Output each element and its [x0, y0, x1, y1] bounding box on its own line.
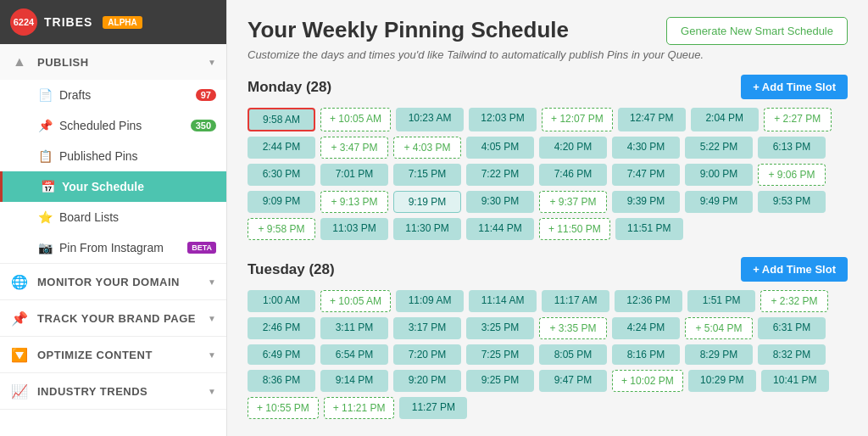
time-slot-1-24[interactable]: 8:36 PM [248, 370, 315, 392]
scheduled-pins-label: Scheduled Pins [59, 119, 184, 132]
time-slot-1-23[interactable]: 8:32 PM [758, 344, 826, 365]
time-slot-1-14[interactable]: + 5:04 PM [685, 317, 753, 339]
time-slot-1-31[interactable]: 10:41 PM [761, 370, 829, 392]
time-slot-1-30[interactable]: 10:29 PM [688, 370, 756, 392]
time-slot-0-18[interactable]: 7:15 PM [393, 164, 461, 186]
subtitle: Customize the days and times you'd like … [248, 48, 848, 61]
time-slot-0-7[interactable]: + 2:27 PM [764, 108, 832, 131]
day-title-0: Monday (28) [248, 79, 331, 96]
sidebar-item-scheduled-pins[interactable]: 📌 Scheduled Pins 350 [0, 110, 226, 141]
sidebar-item-published-pins[interactable]: 📋 Published Pins [0, 141, 226, 171]
sidebar: 6224 TRIBES ALPHA ▲ PUBLISH ▼ 📄 Drafts 9… [0, 0, 227, 436]
time-slot-1-19[interactable]: 7:25 PM [466, 344, 534, 365]
day-header-0: Monday (28)+ Add Time Slot [248, 75, 848, 99]
time-slot-1-16[interactable]: 6:49 PM [248, 344, 315, 365]
time-slot-0-31[interactable]: 9:53 PM [758, 191, 826, 213]
time-slot-0-16[interactable]: 6:30 PM [248, 164, 315, 186]
time-slot-0-25[interactable]: + 9:13 PM [320, 191, 388, 213]
time-slot-1-25[interactable]: 9:14 PM [320, 370, 388, 392]
sidebar-item-pin-from-instagram[interactable]: 📷 Pin From Instagram BETA [0, 232, 226, 263]
industry-section-header[interactable]: 📈 INDUSTRY TRENDS ▼ [0, 373, 226, 409]
time-slot-1-9[interactable]: 3:11 PM [320, 317, 388, 339]
time-slot-1-32[interactable]: + 10:55 PM [248, 397, 319, 419]
beta-badge: BETA [187, 242, 216, 254]
main-header: Your Weekly Pinning Schedule Generate Ne… [248, 17, 848, 45]
time-slot-0-26[interactable]: 9:19 PM [393, 191, 461, 213]
time-slot-0-21[interactable]: 7:47 PM [612, 164, 680, 186]
time-slot-0-35[interactable]: 11:44 PM [466, 218, 534, 240]
time-slot-0-10[interactable]: + 4:03 PM [393, 137, 461, 159]
time-slot-0-5[interactable]: 12:47 PM [618, 108, 686, 131]
time-slot-1-34[interactable]: 11:27 PM [399, 397, 467, 419]
time-slot-0-24[interactable]: 9:09 PM [248, 191, 315, 213]
sidebar-item-board-lists[interactable]: ⭐ Board Lists [0, 202, 226, 232]
time-slot-1-29[interactable]: + 10:02 PM [612, 370, 683, 392]
time-slot-0-2[interactable]: 10:23 AM [396, 108, 464, 131]
time-slot-1-33[interactable]: + 11:21 PM [324, 397, 395, 419]
time-slot-1-7[interactable]: + 2:32 PM [760, 290, 828, 312]
time-slot-1-4[interactable]: 11:17 AM [542, 290, 609, 312]
generate-smart-schedule-button[interactable]: Generate New Smart Schedule [666, 17, 848, 45]
time-slot-1-2[interactable]: 11:09 AM [396, 290, 464, 312]
page-title: Your Weekly Pinning Schedule [248, 17, 569, 43]
time-slot-1-28[interactable]: 9:47 PM [539, 370, 607, 392]
time-slot-0-13[interactable]: 4:30 PM [612, 137, 680, 159]
day-header-1: Tuesday (28)+ Add Time Slot [248, 257, 848, 282]
time-slot-1-10[interactable]: 3:17 PM [393, 317, 461, 339]
time-slot-1-21[interactable]: 8:16 PM [612, 344, 680, 365]
time-slot-1-1[interactable]: + 10:05 AM [320, 290, 391, 312]
time-slot-1-17[interactable]: 6:54 PM [320, 344, 388, 365]
time-slot-1-3[interactable]: 11:14 AM [469, 290, 537, 312]
time-slot-0-4[interactable]: + 12:07 PM [542, 108, 613, 131]
time-slot-0-30[interactable]: 9:49 PM [685, 191, 753, 213]
time-slot-1-15[interactable]: 6:31 PM [758, 317, 826, 339]
time-slot-0-28[interactable]: + 9:37 PM [539, 191, 607, 213]
sidebar-tribes-header[interactable]: 6224 TRIBES ALPHA [0, 0, 226, 44]
time-slot-1-26[interactable]: 9:20 PM [393, 370, 461, 392]
time-slot-0-22[interactable]: 9:00 PM [685, 164, 753, 186]
time-slot-0-8[interactable]: 2:44 PM [248, 137, 315, 159]
days-container: Monday (28)+ Add Time Slot9:58 AM+ 10:05… [248, 75, 848, 419]
time-slot-1-27[interactable]: 9:25 PM [466, 370, 534, 392]
time-slot-0-37[interactable]: 11:51 PM [615, 218, 683, 240]
time-slot-0-1[interactable]: + 10:05 AM [320, 108, 391, 131]
time-slot-0-36[interactable]: + 11:50 PM [539, 218, 610, 240]
time-slot-0-33[interactable]: 11:03 PM [320, 218, 388, 240]
time-slot-0-20[interactable]: 7:46 PM [539, 164, 607, 186]
time-slot-0-29[interactable]: 9:39 PM [612, 191, 680, 213]
time-slot-1-18[interactable]: 7:20 PM [393, 344, 461, 365]
time-slot-1-13[interactable]: 4:24 PM [612, 317, 680, 339]
time-slot-0-14[interactable]: 5:22 PM [685, 137, 753, 159]
track-section-header[interactable]: 📌 TRACK YOUR BRAND PAGE ▼ [0, 300, 226, 336]
sidebar-item-your-schedule[interactable]: 📅 Your Schedule [0, 171, 226, 202]
time-slot-0-3[interactable]: 12:03 PM [469, 108, 537, 131]
time-slot-0-12[interactable]: 4:20 PM [539, 137, 607, 159]
time-slot-1-12[interactable]: + 3:35 PM [539, 317, 607, 339]
track-icon: 📌 [10, 309, 29, 327]
time-slot-0-17[interactable]: 7:01 PM [320, 164, 388, 186]
add-time-slot-button-0[interactable]: + Add Time Slot [741, 75, 848, 99]
time-slot-1-0[interactable]: 1:00 AM [248, 290, 315, 312]
time-slot-1-20[interactable]: 8:05 PM [539, 344, 607, 365]
time-slot-0-6[interactable]: 2:04 PM [691, 108, 759, 131]
time-slot-1-6[interactable]: 1:51 PM [687, 290, 755, 312]
time-slot-0-9[interactable]: + 3:47 PM [320, 137, 388, 159]
time-slot-0-27[interactable]: 9:30 PM [466, 191, 534, 213]
time-slot-1-5[interactable]: 12:36 PM [615, 290, 682, 312]
time-slot-0-19[interactable]: 7:22 PM [466, 164, 534, 186]
optimize-section-header[interactable]: 🔽 OPTIMIZE CONTENT ▼ [0, 337, 226, 372]
sidebar-item-drafts[interactable]: 📄 Drafts 97 [0, 80, 226, 110]
monitor-arrow: ▼ [208, 277, 216, 287]
time-slot-0-34[interactable]: 11:30 PM [393, 218, 461, 240]
add-time-slot-button-1[interactable]: + Add Time Slot [741, 257, 848, 282]
time-slot-0-32[interactable]: + 9:58 PM [248, 218, 315, 240]
time-slot-1-8[interactable]: 2:46 PM [248, 317, 315, 339]
time-slot-1-22[interactable]: 8:29 PM [685, 344, 753, 365]
time-slot-0-11[interactable]: 4:05 PM [466, 137, 534, 159]
time-slot-0-0[interactable]: 9:58 AM [248, 108, 315, 131]
time-slot-0-15[interactable]: 6:13 PM [758, 137, 826, 159]
time-slot-1-11[interactable]: 3:25 PM [466, 317, 534, 339]
monitor-section-header[interactable]: 🌐 MONITOR YOUR DOMAIN ▼ [0, 264, 226, 299]
time-slot-0-23[interactable]: + 9:06 PM [758, 164, 826, 186]
publish-section-header[interactable]: ▲ PUBLISH ▼ [0, 44, 226, 80]
